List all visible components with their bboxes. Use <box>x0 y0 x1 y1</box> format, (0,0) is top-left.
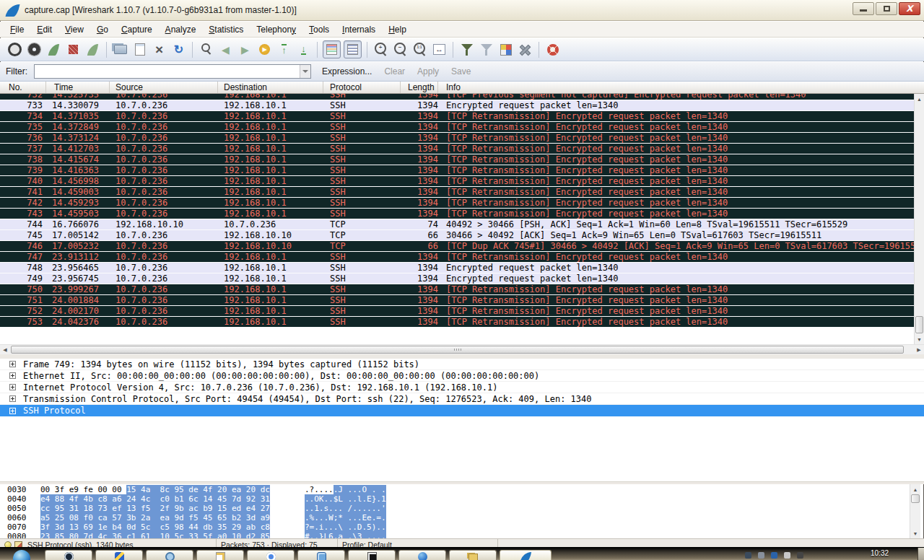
column-header-info[interactable]: Info <box>438 82 924 93</box>
taskbar-app-globe-button[interactable] <box>398 550 446 560</box>
capture-restart-icon[interactable] <box>84 40 102 58</box>
taskbar-wireshark-active-button[interactable] <box>500 550 552 560</box>
zoom-in-icon[interactable] <box>372 40 390 58</box>
column-header-no[interactable]: No. <box>0 82 46 93</box>
taskbar-clock[interactable]: 10:32 <box>871 549 889 557</box>
filter-input[interactable] <box>35 65 300 78</box>
help-icon[interactable] <box>544 40 562 58</box>
packet-row[interactable]: 74723.91311210.7.0.236192.168.10.1SSH139… <box>0 252 914 263</box>
taskbar-app-folder-button[interactable] <box>449 550 497 560</box>
close-button[interactable]: X <box>899 2 920 15</box>
expression-button[interactable]: Expression... <box>322 66 372 76</box>
go-bottom-icon[interactable] <box>295 40 313 58</box>
tray-icon-3[interactable] <box>771 552 777 559</box>
capture-stop-icon[interactable] <box>64 40 82 58</box>
hex-scroll-up-icon[interactable]: ▲ <box>910 484 920 494</box>
hex-row[interactable]: 00703f 3d 13 69 1e b4 0d 5c c5 98 44 db … <box>7 522 911 532</box>
expand-plus-icon[interactable] <box>9 384 16 390</box>
apply-button[interactable]: Apply <box>417 66 439 76</box>
clear-button[interactable]: Clear <box>384 66 405 76</box>
expand-plus-icon[interactable] <box>9 395 16 402</box>
hex-vscroll-thumb[interactable] <box>911 494 920 503</box>
packet-row[interactable]: 74517.00514210.7.0.236192.168.10.10TCP66… <box>0 230 914 241</box>
hex-row[interactable]: 003000 3f e9 fe 00 00 15 4a 8c 95 de 4f … <box>7 485 911 494</box>
packet-row[interactable]: 73614.37312410.7.0.236192.168.10.1SSH139… <box>0 133 914 144</box>
packet-row[interactable]: 74014.45699810.7.0.236192.168.10.1SSH139… <box>0 176 914 187</box>
menu-capture[interactable]: Capture <box>115 23 159 36</box>
preferences-icon[interactable] <box>516 40 534 58</box>
tray-icon-5[interactable] <box>797 552 803 559</box>
file-close-icon[interactable] <box>150 40 168 58</box>
packet-row[interactable]: 74314.45950310.7.0.236192.168.10.1SSH139… <box>0 209 914 219</box>
detail-row-selected[interactable]: SSH Protocol <box>0 405 924 416</box>
tray-icon-1[interactable] <box>745 552 751 559</box>
autoscroll-icon[interactable] <box>344 40 362 58</box>
zoom-out-icon[interactable] <box>391 40 409 58</box>
detail-row[interactable]: Frame 749: 1394 bytes on wire (11152 bit… <box>0 359 924 370</box>
go-to-packet-icon[interactable] <box>256 40 274 58</box>
scroll-up-icon[interactable]: ▲ <box>915 94 924 104</box>
packet-row[interactable]: 75124.00188410.7.0.236192.168.10.1SSH139… <box>0 295 914 306</box>
menu-help[interactable]: Help <box>382 23 413 36</box>
detail-row[interactable]: Internet Protocol Version 4, Src: 10.7.0… <box>0 382 924 393</box>
hex-vscrollbar[interactable]: ▲ ▼ <box>910 484 920 538</box>
packet-row[interactable]: 73714.41270310.7.0.236192.168.10.1SSH139… <box>0 144 914 154</box>
colorize-icon[interactable] <box>323 40 341 58</box>
scroll-left-icon[interactable]: ◀ <box>0 345 10 354</box>
column-header-protocol[interactable]: Protocol <box>323 82 401 93</box>
hscroll-thumb[interactable] <box>11 346 904 354</box>
column-header-destination[interactable]: Destination <box>218 82 323 93</box>
menu-tools[interactable]: Tools <box>302 23 336 36</box>
taskbar-app-window-button[interactable] <box>297 550 345 560</box>
minimize-button[interactable] <box>853 2 874 15</box>
packet-row[interactable]: 75023.99926710.7.0.236192.168.10.1SSH139… <box>0 284 914 295</box>
filter-dropdown-button[interactable] <box>300 65 310 78</box>
packet-row[interactable]: 74416.766076192.168.10.1010.7.0.236TCP74… <box>0 219 914 230</box>
capture-filters-icon[interactable] <box>458 40 476 58</box>
menu-edit[interactable]: Edit <box>30 23 58 36</box>
menu-analyze[interactable]: Analyze <box>159 23 203 36</box>
menu-internals[interactable]: Internals <box>336 23 382 36</box>
file-open-icon[interactable] <box>111 40 129 58</box>
file-save-icon[interactable] <box>131 40 149 58</box>
interfaces-icon[interactable] <box>6 40 24 58</box>
packet-list-vscrollbar[interactable]: ▲ ▼ <box>914 94 924 344</box>
packet-row[interactable]: 74114.45900310.7.0.236192.168.10.1SSH139… <box>0 187 914 198</box>
expand-plus-icon[interactable] <box>9 408 16 414</box>
menu-view[interactable]: View <box>58 23 90 36</box>
packet-row[interactable]: 74923.95674510.7.0.236192.168.10.1SSH139… <box>0 274 914 284</box>
taskbar-app-clock-button[interactable] <box>146 550 193 560</box>
start-button[interactable] <box>13 550 30 560</box>
vscroll-thumb[interactable] <box>915 316 923 333</box>
menu-file[interactable]: File <box>4 23 30 36</box>
coloring-rules-icon[interactable] <box>497 40 515 58</box>
taskbar-app-notepad-button[interactable] <box>196 550 244 560</box>
title-bar[interactable]: capture.cap [Wireshark 1.10.7 (v1.10.7-0… <box>0 0 924 21</box>
show-desktop-button[interactable] <box>918 548 924 560</box>
packet-row[interactable]: 74214.45929310.7.0.236192.168.10.1SSH139… <box>0 198 914 209</box>
scroll-down-icon[interactable]: ▼ <box>915 334 924 344</box>
packet-list-hscrollbar[interactable]: ◀ ▶ <box>0 344 924 354</box>
packet-row[interactable]: 73914.41636310.7.0.236192.168.10.1SSH139… <box>0 165 914 176</box>
taskbar-app-chrome-button[interactable] <box>247 550 295 560</box>
zoom-100-icon[interactable] <box>411 40 429 58</box>
packet-row[interactable]: 75224.00217010.7.0.236192.168.10.1SSH139… <box>0 306 914 317</box>
packet-row[interactable]: 74617.00523210.7.0.236192.168.10.10TCP66… <box>0 241 914 252</box>
menu-telephony[interactable]: Telephony <box>250 23 302 36</box>
hex-row[interactable]: 0050cc 95 31 18 73 ef 13 f5 2f 9b ac b9 … <box>7 504 911 513</box>
menu-go[interactable]: Go <box>90 23 115 36</box>
menu-statistics[interactable]: Statistics <box>202 23 250 36</box>
taskbar-app-lightning-button[interactable] <box>95 550 143 560</box>
resize-columns-icon[interactable] <box>430 40 448 58</box>
hex-row[interactable]: 0040e4 88 4f 4b c8 a6 24 4c c0 b1 6c 14 … <box>7 494 911 504</box>
column-header-length[interactable]: Length <box>401 82 438 93</box>
tray-icon-4[interactable] <box>784 552 790 559</box>
packet-row[interactable]: 74823.95646510.7.0.236192.168.10.1SSH139… <box>0 263 914 274</box>
save-button[interactable]: Save <box>451 66 471 76</box>
scroll-right-icon[interactable]: ▶ <box>914 345 924 354</box>
hex-row[interactable]: 008023 85 80 7d 4c 36 c1 61 10 5c 33 5f … <box>7 532 911 538</box>
packet-row[interactable]: 73514.37284910.7.0.236192.168.10.1SSH139… <box>0 122 914 133</box>
expand-plus-icon[interactable] <box>9 372 16 379</box>
capture-options-icon[interactable] <box>25 40 43 58</box>
packet-row[interactable]: 73814.41567410.7.0.236192.168.10.1SSH139… <box>0 154 914 165</box>
